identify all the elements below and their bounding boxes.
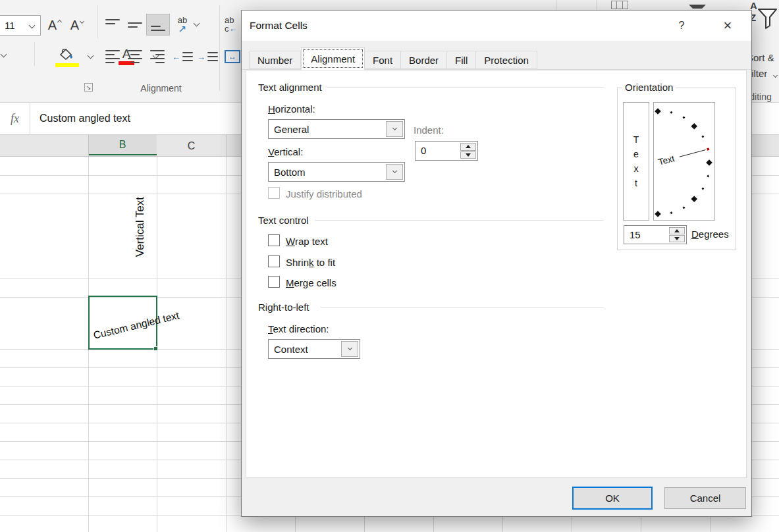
font-size-value: 11 — [0, 20, 15, 31]
vertical-dropdown-button[interactable] — [386, 164, 403, 180]
column-header-b[interactable]: B — [88, 135, 157, 155]
gridline — [226, 157, 227, 532]
sort-filter-funnel-icon[interactable] — [757, 8, 778, 30]
text-direction-dropdown-button[interactable] — [341, 341, 358, 357]
align-center-icon — [128, 50, 142, 63]
orientation-group-label: Orientation — [622, 82, 676, 93]
tab-number[interactable]: Number — [249, 51, 301, 69]
formula-input[interactable]: Custom angled text — [40, 102, 130, 135]
vertical-sample-text: T e x t — [633, 132, 639, 190]
wrap-text-label[interactable]: Wrap text — [286, 236, 328, 247]
fill-color-button[interactable] — [55, 47, 79, 67]
separator — [219, 5, 220, 91]
borders-dropdown-chevron-icon[interactable] — [1, 51, 7, 58]
right-to-left-group-label: Right-to-left — [258, 302, 309, 313]
funnel-fragment-icon — [689, 5, 706, 9]
align-right-icon — [150, 50, 165, 63]
degrees-down-button[interactable] — [669, 235, 685, 242]
indent-up-button[interactable] — [460, 143, 476, 151]
tab-protection[interactable]: Protection — [476, 51, 537, 69]
horizontal-label: Horizontal: — [268, 103, 315, 115]
paint-bucket-icon — [55, 47, 76, 62]
header-separator — [88, 135, 89, 157]
increase-font-size-button[interactable]: A — [43, 14, 66, 36]
column-header-c[interactable]: C — [157, 135, 226, 157]
align-left-button[interactable] — [101, 46, 124, 67]
chevron-down-icon — [772, 73, 777, 78]
header-separator — [226, 135, 227, 157]
top-align-icon — [105, 19, 120, 31]
caret-down-icon — [80, 18, 84, 23]
dialog-titlebar[interactable]: Format Cells ? × — [242, 11, 751, 41]
wrap-text-button[interactable]: ab c← — [225, 16, 238, 33]
alignment-tab-page: Text alignment Horizontal: General Inden… — [246, 70, 747, 478]
cancel-button[interactable]: Cancel — [664, 487, 746, 509]
middle-align-button[interactable] — [124, 14, 146, 36]
text-direction-combobox[interactable]: Context — [268, 339, 360, 359]
horizontal-combobox[interactable]: General — [268, 119, 405, 139]
degrees-spinner[interactable]: 15 — [624, 225, 687, 244]
insert-function-button[interactable]: fx — [0, 102, 30, 135]
top-align-button[interactable] — [101, 14, 124, 36]
font-size-combobox[interactable]: 11 — [0, 15, 41, 36]
increase-indent-button[interactable]: → — [195, 46, 220, 67]
separator — [34, 42, 35, 66]
wrap-text-checkbox[interactable] — [268, 234, 280, 246]
arrow-left-icon: ← — [172, 52, 180, 62]
fill-color-swatch — [55, 63, 79, 67]
horizontal-dropdown-button[interactable] — [386, 121, 403, 137]
degrees-value: 15 — [630, 229, 641, 240]
chevron-down-icon — [347, 346, 352, 350]
merge-cells-checkbox[interactable] — [268, 276, 280, 288]
orientation-button[interactable]: ab ↗ — [171, 14, 194, 36]
fill-color-chevron-icon[interactable] — [88, 53, 94, 59]
ok-button[interactable]: OK — [572, 487, 653, 510]
increase-indent-icon — [207, 52, 218, 61]
group-line — [327, 87, 604, 88]
close-button[interactable]: × — [717, 16, 738, 36]
launcher-arrow-icon: ↘ — [86, 84, 92, 91]
fill-handle[interactable] — [153, 346, 158, 351]
orientation-vertical-sample-box[interactable]: T e x t — [623, 102, 649, 221]
chevron-down-icon — [392, 126, 396, 130]
separator — [596, 0, 597, 10]
tab-fill[interactable]: Fill — [447, 51, 476, 69]
align-center-button[interactable] — [124, 46, 146, 67]
alignment-group-label: Alignment — [103, 83, 219, 93]
tab-alignment[interactable]: Alignment — [301, 47, 365, 70]
active-angle-dot-icon — [707, 147, 709, 150]
dialog-launcher-button[interactable]: ↘ — [84, 83, 93, 92]
text-alignment-group-label: Text alignment — [258, 82, 322, 93]
orientation-gauge[interactable]: Text — [653, 102, 715, 221]
merge-cells-label[interactable]: Merge cells — [286, 277, 336, 288]
orientation-chevron-icon[interactable] — [194, 20, 200, 27]
align-right-button[interactable] — [146, 46, 169, 67]
indent-spinner[interactable]: 0 — [415, 141, 478, 161]
tab-font[interactable]: Font — [365, 51, 401, 69]
text-direction-value: Context — [274, 344, 308, 355]
vertical-combobox[interactable]: Bottom — [268, 162, 405, 182]
merge-arrows-icon: ↔ — [228, 52, 236, 61]
middle-align-icon — [128, 19, 142, 31]
decrease-indent-button[interactable]: ← — [170, 46, 195, 67]
indent-down-button[interactable] — [460, 151, 476, 159]
chevron-down-icon — [392, 169, 396, 173]
help-button[interactable]: ? — [672, 17, 691, 34]
format-cells-dialog: Format Cells ? × Number Alignment Font B… — [241, 10, 752, 517]
align-left-icon — [105, 50, 120, 63]
decrease-font-size-button[interactable]: A — [66, 14, 88, 36]
bottom-align-button-selected[interactable] — [146, 14, 170, 36]
tab-strip: Number Alignment Font Border Fill Protec… — [242, 47, 751, 70]
shrink-to-fit-label[interactable]: Shrink to fit — [286, 257, 335, 268]
triangle-up-icon — [674, 229, 680, 232]
shrink-to-fit-checkbox[interactable] — [268, 255, 280, 267]
needle-sample-text: Text — [657, 153, 676, 167]
chevron-down-icon — [29, 22, 36, 29]
orientation-needle: Text — [657, 144, 711, 167]
return-arrow-icon: ← — [229, 24, 238, 34]
decrease-indent-icon — [182, 52, 193, 61]
tab-border[interactable]: Border — [401, 51, 447, 69]
degrees-up-button[interactable] — [669, 227, 685, 234]
merge-center-button[interactable]: ↔ — [225, 50, 240, 63]
triangle-down-icon — [674, 237, 680, 240]
